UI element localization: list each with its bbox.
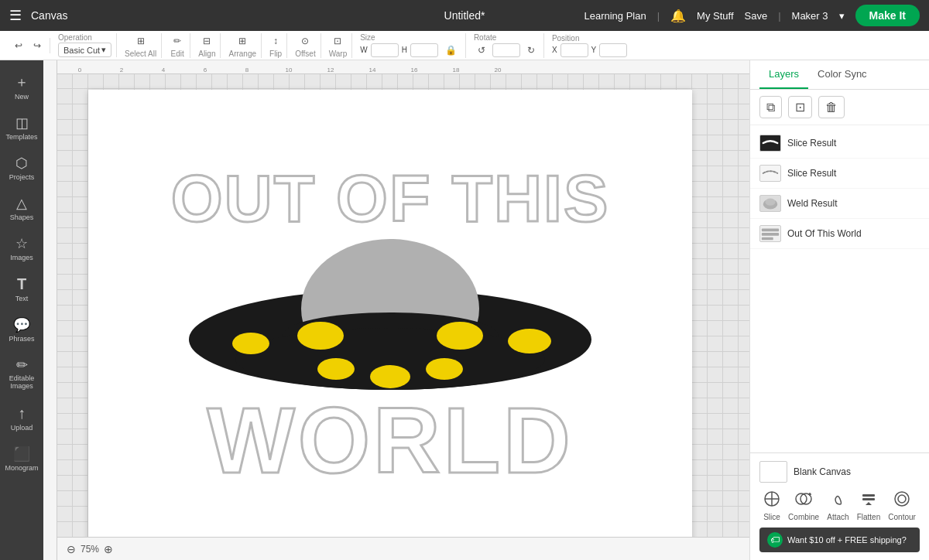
zoom-in-button[interactable]: ⊕ bbox=[104, 543, 113, 555]
sidebar-item-upload[interactable]: ↑ Upload bbox=[2, 398, 42, 438]
new-icon: ＋ bbox=[15, 73, 29, 91]
sidebar-item-templates[interactable]: ◫ Templates bbox=[2, 108, 42, 147]
slice-icon bbox=[763, 490, 780, 511]
svg-point-5 bbox=[437, 322, 483, 350]
rotate-ccw-button[interactable]: ↺ bbox=[474, 43, 489, 58]
toolbar-position: Position X Y bbox=[547, 34, 632, 57]
status-bar: ⊖ 75% ⊕ bbox=[57, 537, 749, 560]
pos-y-input[interactable] bbox=[599, 43, 627, 57]
copy-layer-button[interactable]: ⊡ bbox=[788, 96, 812, 118]
phrases-icon: 💬 bbox=[13, 316, 30, 333]
sidebar-item-text[interactable]: T Text bbox=[2, 269, 42, 309]
svg-point-8 bbox=[317, 358, 355, 380]
flatten-button[interactable]: Flatten bbox=[857, 490, 881, 521]
bell-icon[interactable]: 🔔 bbox=[670, 9, 686, 23]
sidebar-item-shapes[interactable]: △ Shapes bbox=[2, 189, 42, 227]
ruler-horizontal: 0 2 4 6 8 10 12 14 16 18 20 bbox=[43, 60, 749, 74]
pos-x-input[interactable] bbox=[560, 43, 588, 57]
flip-button[interactable]: ↕ bbox=[269, 33, 282, 49]
sidebar-item-phrases[interactable]: 💬 Phrases bbox=[2, 310, 42, 349]
canvas-content[interactable]: out OF tHiS bbox=[57, 74, 749, 537]
toolbar-arrange: ⊞ Arrange bbox=[224, 33, 262, 58]
svg-point-25 bbox=[895, 492, 909, 506]
layer-name: Slice Result bbox=[787, 138, 836, 149]
delete-layer-button[interactable]: 🗑 bbox=[818, 96, 845, 118]
svg-rect-24 bbox=[862, 498, 875, 500]
height-input[interactable] bbox=[410, 43, 438, 57]
sidebar-item-new[interactable]: ＋ New bbox=[2, 67, 42, 107]
contour-button[interactable]: Contour bbox=[888, 490, 916, 521]
lock-aspect-button[interactable]: 🔒 bbox=[441, 43, 461, 58]
zoom-level: 75% bbox=[81, 544, 99, 555]
combine-icon bbox=[795, 490, 812, 511]
operation-select[interactable]: Basic Cut ▾ bbox=[58, 43, 111, 57]
projects-icon: ⬡ bbox=[15, 155, 28, 172]
select-all-button[interactable]: ⊞ bbox=[133, 33, 149, 49]
duplicate-layer-button[interactable]: ⧉ bbox=[759, 96, 782, 118]
attach-button[interactable]: Attach bbox=[827, 490, 848, 521]
rotate-cw-button[interactable]: ↻ bbox=[523, 43, 539, 58]
app-title: Canvas bbox=[31, 9, 67, 22]
rotate-input[interactable] bbox=[492, 43, 520, 57]
width-input[interactable] bbox=[371, 43, 399, 57]
layer-item[interactable]: Slice Result bbox=[750, 128, 929, 159]
svg-point-9 bbox=[370, 365, 410, 388]
left-sidebar: ＋ New ◫ Templates ⬡ Projects △ Shapes ☆ … bbox=[0, 60, 43, 560]
toolbar-warp: ⊡ Warp bbox=[324, 33, 353, 58]
ruler-vertical bbox=[43, 60, 57, 560]
redo-button[interactable]: ↪ bbox=[29, 38, 45, 53]
sidebar-item-images[interactable]: ☆ Images bbox=[2, 229, 42, 268]
bottom-panel: Blank Canvas Slice bbox=[750, 452, 929, 560]
panel-tabs: Layers Color Sync bbox=[750, 60, 929, 90]
my-stuff-link[interactable]: My Stuff bbox=[697, 10, 733, 22]
promo-text: Want $10 off + FREE shipping? bbox=[787, 535, 907, 545]
sidebar-item-projects[interactable]: ⬡ Projects bbox=[2, 149, 42, 187]
panel-actions: ⧉ ⊡ 🗑 bbox=[750, 90, 929, 125]
offset-button[interactable]: ⊙ bbox=[297, 33, 313, 49]
main-layout: ＋ New ◫ Templates ⬡ Projects △ Shapes ☆ … bbox=[0, 60, 929, 560]
svg-point-10 bbox=[426, 358, 463, 380]
toolbar-align: ⊟ Align bbox=[194, 33, 221, 58]
combine-button[interactable]: Combine bbox=[788, 490, 819, 521]
hamburger-icon[interactable]: ☰ bbox=[9, 7, 22, 24]
layer-item[interactable]: Weld Result bbox=[750, 189, 929, 219]
layer-name: Weld Result bbox=[787, 198, 837, 209]
maker-version[interactable]: Maker 3 bbox=[792, 10, 828, 22]
promo-icon: 🏷 bbox=[767, 532, 783, 548]
edit-button[interactable]: ✏ bbox=[170, 33, 185, 49]
tab-layers[interactable]: Layers bbox=[759, 60, 808, 89]
design-container: out OF tHiS bbox=[88, 82, 692, 537]
nav-right: Learning Plan | 🔔 My Stuff Save | Maker … bbox=[584, 5, 920, 26]
undo-button[interactable]: ↩ bbox=[11, 38, 26, 53]
learning-plan-link[interactable]: Learning Plan bbox=[584, 10, 646, 22]
tab-color-sync[interactable]: Color Sync bbox=[808, 60, 876, 89]
sidebar-item-monogram[interactable]: ⬛ Monogram bbox=[2, 439, 42, 478]
templates-icon: ◫ bbox=[15, 114, 29, 131]
toolbar-rotate: Rotate ↺ ↻ bbox=[469, 33, 544, 58]
make-it-button[interactable]: Make It bbox=[855, 5, 920, 26]
bottom-text: worLD bbox=[207, 394, 573, 487]
sidebar-item-editable-images[interactable]: ✏ Editable Images bbox=[2, 350, 42, 397]
svg-point-4 bbox=[297, 322, 344, 350]
save-link[interactable]: Save bbox=[745, 10, 768, 22]
layer-name: Slice Result bbox=[787, 168, 836, 179]
slice-button[interactable]: Slice bbox=[763, 490, 780, 521]
toolbar-operation: Operation Basic Cut ▾ bbox=[53, 33, 117, 57]
promo-bar[interactable]: 🏷 Want $10 off + FREE shipping? bbox=[759, 528, 920, 552]
blank-canvas-row: Blank Canvas bbox=[759, 461, 920, 483]
layer-item[interactable]: Slice Result bbox=[750, 159, 929, 189]
layers-list: Slice Result Slice Result bbox=[750, 125, 929, 452]
layer-item[interactable]: Out Of This World bbox=[750, 219, 929, 249]
zoom-out-button[interactable]: ⊖ bbox=[67, 543, 76, 555]
blank-canvas-label: Blank Canvas bbox=[794, 466, 851, 477]
editable-images-icon: ✏ bbox=[16, 357, 28, 374]
toolbar-edit: ✏ Edit bbox=[165, 33, 190, 58]
layer-thumbnail bbox=[759, 165, 781, 182]
canvas-area[interactable]: 0 2 4 6 8 10 12 14 16 18 20 out OF tHiS bbox=[43, 60, 749, 560]
monogram-icon: ⬛ bbox=[13, 446, 30, 463]
align-button[interactable]: ⊟ bbox=[199, 33, 214, 49]
arrange-button[interactable]: ⊞ bbox=[235, 33, 250, 49]
toolbar-history: ↩ ↪ bbox=[6, 38, 50, 53]
toolbar-flip: ↕ Flip bbox=[265, 33, 287, 58]
warp-button[interactable]: ⊡ bbox=[330, 33, 345, 49]
